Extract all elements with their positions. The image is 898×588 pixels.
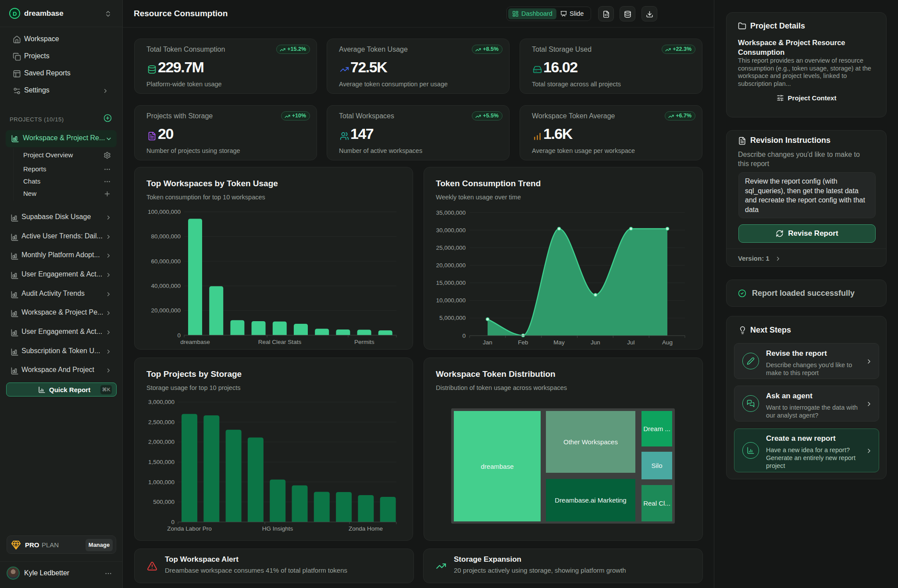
svg-text:May: May [553,339,565,346]
svg-text:5,000,000: 5,000,000 [439,315,466,321]
svg-text:Feb: Feb [518,339,528,346]
svg-text:Jul: Jul [627,339,634,346]
svg-text:2,000,000: 2,000,000 [148,439,175,445]
svg-text:15,000,000: 15,000,000 [436,280,466,286]
svg-text:HG Insights: HG Insights [262,525,293,532]
svg-text:Jun: Jun [591,339,600,346]
svg-text:500,000: 500,000 [153,499,175,505]
svg-text:1,000,000: 1,000,000 [148,479,175,485]
svg-text:Aug: Aug [662,339,673,346]
svg-text:Zonda Home: Zonda Home [349,525,383,532]
svg-text:2,500,000: 2,500,000 [148,419,175,425]
svg-text:100,000,000: 100,000,000 [148,209,181,215]
svg-text:80,000,000: 80,000,000 [151,233,181,240]
svg-text:Jan: Jan [483,339,492,346]
svg-text:dreambase: dreambase [180,339,210,345]
svg-text:10,000,000: 10,000,000 [436,297,466,304]
svg-text:35,000,000: 35,000,000 [436,209,466,216]
svg-text:1,500,000: 1,500,000 [148,459,175,465]
svg-text:Zonda Labor Pro: Zonda Labor Pro [167,525,211,532]
svg-text:0: 0 [462,333,466,339]
svg-text:3,000,000: 3,000,000 [148,399,175,405]
svg-text:30,000,000: 30,000,000 [436,227,466,234]
svg-text:Real Clear Stats: Real Clear Stats [258,339,302,345]
svg-text:20,000,000: 20,000,000 [151,307,181,314]
svg-text:20,000,000: 20,000,000 [436,262,466,269]
svg-text:40,000,000: 40,000,000 [151,283,181,289]
svg-text:0: 0 [177,332,181,339]
svg-text:60,000,000: 60,000,000 [151,258,181,265]
svg-text:25,000,000: 25,000,000 [436,244,466,251]
svg-text:0: 0 [171,519,175,525]
svg-text:Permits: Permits [354,339,374,345]
